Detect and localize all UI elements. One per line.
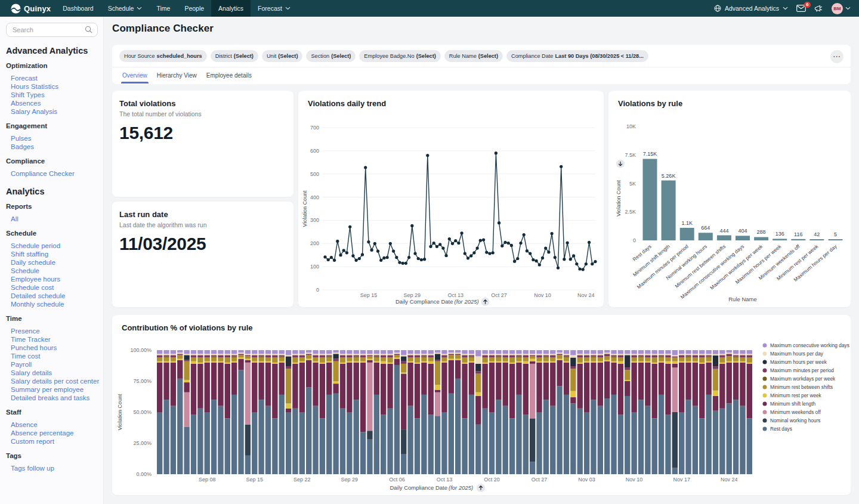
tab-hierarchy-view[interactable]: Hierarchy View <box>157 67 197 84</box>
stack-segment <box>740 355 745 357</box>
sidebar-item-schedule-period[interactable]: Schedule period <box>0 242 103 250</box>
sidebar-item-salary-analysis[interactable]: Salary Analysis <box>0 107 103 116</box>
legend-item-minimum-weekends-off[interactable]: Minimum weekends off <box>763 409 821 415</box>
stack-segment <box>618 364 623 415</box>
legend-item-nominal-working-hours[interactable]: Nominal working hours <box>763 418 821 423</box>
announcements-button[interactable] <box>814 5 823 13</box>
stack-segment <box>530 356 535 358</box>
nav-item-people[interactable]: People <box>177 0 211 17</box>
sidebar-item-time-cost[interactable]: Time cost <box>0 352 103 360</box>
more-options-button[interactable]: ⋯ <box>830 50 843 63</box>
filter-chip-district[interactable]: District(Select) <box>211 50 258 62</box>
tab-employee-details[interactable]: Employee details <box>206 67 252 84</box>
nav-item-forecast[interactable]: Forecast <box>251 0 298 17</box>
stack-segment <box>699 357 704 362</box>
sidebar-item-schedule-cost[interactable]: Schedule cost <box>0 283 103 292</box>
legend-item-minimum-rest-between-shifts[interactable]: Minimum rest between shifts <box>763 384 833 390</box>
sidebar-item-detailed-breaks-and-tasks[interactable]: Detailed breaks and tasks <box>0 394 103 402</box>
sidebar-item-salary-details[interactable]: Salary details <box>0 369 103 377</box>
stack-segment <box>415 354 420 355</box>
stack-segment <box>455 354 461 355</box>
legend-item-maximum-hours-per-week[interactable]: Maximum hours per week <box>763 359 827 365</box>
stack-segment <box>320 418 325 474</box>
sidebar-item-payroll[interactable]: Payroll <box>0 360 103 369</box>
sidebar-item-hours-statistics[interactable]: Hours Statistics <box>0 82 103 91</box>
filter-chip-unit[interactable]: Unit(Select) <box>262 50 303 62</box>
nav-item-time[interactable]: Time <box>149 0 177 17</box>
legend-item-maximum-hours-per-day[interactable]: Maximum hours per day <box>763 351 824 357</box>
stack-segment <box>340 354 345 355</box>
filter-chip-hour-source[interactable]: Hour Sourcescheduled_hours <box>119 50 207 62</box>
legend-item-maximum-minutes-per-period[interactable]: Maximum minutes per period <box>763 367 835 373</box>
sidebar-item-compliance-checker[interactable]: Compliance Checker <box>0 169 103 178</box>
nav-item-schedule[interactable]: Schedule <box>101 0 150 17</box>
stack-segment <box>509 354 515 355</box>
legend-item-maximum-consecutive-working-days[interactable]: Maximum consecutive working days <box>763 342 849 348</box>
stack-segment <box>727 350 732 353</box>
sidebar-item-absence[interactable]: Absence <box>0 420 103 429</box>
stack-segment <box>184 380 189 382</box>
sidebar-item-daily-schedule[interactable]: Daily schedule <box>0 258 103 267</box>
stack-segment <box>387 354 393 355</box>
quinyx-logo[interactable]: Quinyx <box>0 0 55 17</box>
sort-ascending-button[interactable] <box>481 298 490 306</box>
filter-chip-employee-badge-no[interactable]: Employee Badge.No(Select) <box>359 50 440 62</box>
sidebar-item-employee-hours[interactable]: Employee hours <box>0 275 103 283</box>
filter-chip-rule-name[interactable]: Rule Name(Select) <box>444 50 503 62</box>
sidebar-item-shift-types[interactable]: Shift Types <box>0 91 103 99</box>
sidebar-item-badges[interactable]: Badges <box>0 143 103 151</box>
sidebar-item-tags-follow-up[interactable]: Tags follow up <box>0 464 103 472</box>
data-point <box>594 260 597 263</box>
stack-segment <box>340 363 345 364</box>
sidebar-item-absences[interactable]: Absences <box>0 99 103 107</box>
legend-item-maximum-workdays-per-week[interactable]: Maximum workdays per week <box>763 376 836 382</box>
sidebar-item-pulses[interactable]: Pulses <box>0 134 103 143</box>
sidebar-item-detailed-schedule[interactable]: Detailed schedule <box>0 292 103 300</box>
stack-segment <box>374 363 379 395</box>
sidebar-item-shift-staffing[interactable]: Shift staffing <box>0 250 103 258</box>
sort-ascending-button[interactable] <box>477 484 485 492</box>
legend-item-minimum-shift-length[interactable]: Minimum shift length <box>763 401 816 407</box>
nav-item-analytics[interactable]: Analytics <box>211 0 251 17</box>
stack-segment <box>367 440 372 474</box>
tab-overview[interactable]: Overview <box>122 67 147 84</box>
sidebar-item-time-tracker[interactable]: Time Tracker <box>0 335 103 344</box>
legend-item-rest-days[interactable]: Rest days <box>763 426 792 432</box>
stack-segment <box>340 350 345 354</box>
stack-segment <box>618 415 623 474</box>
sidebar-item-all[interactable]: All <box>0 215 103 223</box>
stack-segment <box>631 350 636 354</box>
messages-button[interactable]: 6 <box>796 5 806 12</box>
sidebar-item-presence[interactable]: Presence <box>0 327 103 335</box>
search-input[interactable] <box>6 23 98 37</box>
filter-chip-compliance-date[interactable]: Compliance DateLast 90 Days (08/30/2025 … <box>506 50 648 62</box>
sidebar-item-salary-details-per-cost-center[interactable]: Salary details per cost center <box>0 377 103 385</box>
stack-segment <box>469 350 474 354</box>
filter-chip-section[interactable]: Section(Select) <box>306 50 356 62</box>
stack-segment <box>231 363 237 395</box>
data-point <box>569 258 572 261</box>
stack-segment <box>530 364 535 419</box>
context-switcher[interactable]: Advanced Analytics <box>714 5 788 12</box>
chip-label: Unit <box>267 53 276 59</box>
nav-item-dashboard[interactable]: Dashboard <box>55 0 100 17</box>
stack-segment <box>679 355 684 357</box>
sidebar-item-forecast[interactable]: Forecast <box>0 74 103 82</box>
sidebar-item-custom-report[interactable]: Custom report <box>0 437 103 446</box>
stack-segment <box>326 363 332 395</box>
top-navbar: Quinyx DashboardScheduleTimePeopleAnalyt… <box>0 0 859 17</box>
data-point <box>464 252 466 255</box>
stack-segment <box>591 350 596 354</box>
sidebar-item-summary-per-employee[interactable]: Summary per employee <box>0 385 103 394</box>
data-point <box>382 256 385 259</box>
stack-segment <box>265 355 271 357</box>
sidebar-item-schedule[interactable]: Schedule <box>0 267 103 275</box>
sidebar-item-punched-hours[interactable]: Punched hours <box>0 344 103 352</box>
sort-descending-button[interactable] <box>616 160 625 168</box>
stack-segment <box>299 355 305 357</box>
user-menu[interactable]: BM <box>832 3 851 14</box>
sidebar-item-absence-percentage[interactable]: Absence percentage <box>0 429 103 437</box>
y-tick-label: 25.00% <box>133 440 152 446</box>
legend-item-minimum-rest-per-week[interactable]: Minimum rest per week <box>763 392 822 398</box>
sidebar-item-monthly-schedule[interactable]: Monthly schedule <box>0 300 103 308</box>
